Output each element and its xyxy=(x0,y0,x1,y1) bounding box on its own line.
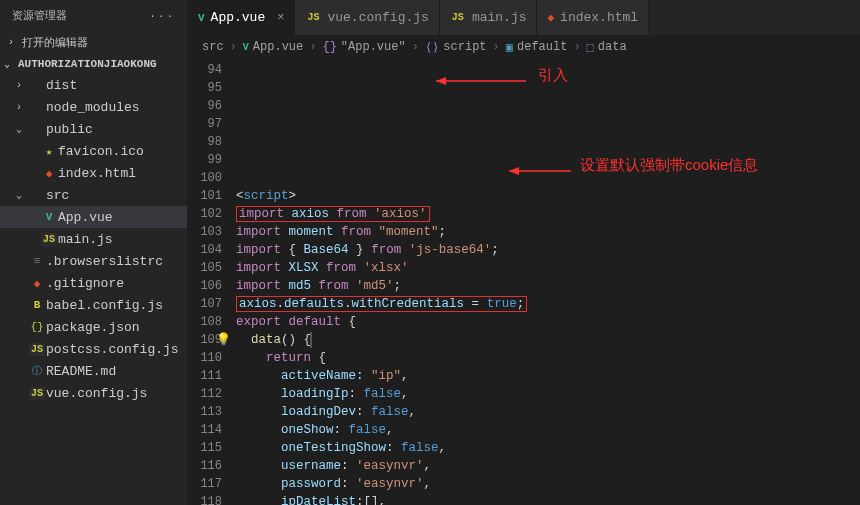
code-line[interactable]: ipDateList:[], xyxy=(236,493,860,505)
svg-marker-3 xyxy=(509,167,519,175)
tree-item-label: .browserslistrc xyxy=(46,254,163,269)
code-line[interactable]: oneShow: false, xyxy=(236,421,860,439)
breadcrumb-label: src xyxy=(202,40,224,54)
breadcrumb-item[interactable]: ▣ default xyxy=(506,40,568,55)
code-line[interactable]: loadingIp: false, xyxy=(236,385,860,403)
folder-node_modules[interactable]: ›node_modules xyxy=(0,96,187,118)
tree-item-label: favicon.ico xyxy=(58,144,144,159)
code-line[interactable]: <script> xyxy=(236,187,860,205)
code-line[interactable]: import moment from "moment"; xyxy=(236,223,860,241)
code-area[interactable]: 引入 设置默认强制带cookie信息 <script>import axios … xyxy=(236,59,860,505)
file-icon: ◆ xyxy=(40,167,58,180)
breadcrumb-item[interactable]: src xyxy=(202,40,224,54)
breadcrumb-separator: › xyxy=(309,40,316,54)
line-number: 118 xyxy=(188,493,222,505)
tree-item-label: src xyxy=(46,188,69,203)
more-icon[interactable]: ··· xyxy=(149,10,175,22)
line-number: 105 xyxy=(188,259,222,277)
line-number: 113 xyxy=(188,403,222,421)
breadcrumb-item[interactable]: {} "App.vue" xyxy=(322,40,405,54)
project-root[interactable]: ⌄ AUTHORIZATIONJIAOKONG xyxy=(0,54,187,74)
file-package-json[interactable]: {}package.json xyxy=(0,316,187,338)
editor-tabs: VApp.vue×JSvue.config.jsJSmain.js◆index.… xyxy=(188,0,860,35)
chevron-icon: › xyxy=(16,102,26,113)
code-line[interactable]: export default { xyxy=(236,313,860,331)
folder-dist[interactable]: ›dist xyxy=(0,74,187,96)
editor-main: VApp.vue×JSvue.config.jsJSmain.js◆index.… xyxy=(188,0,860,505)
open-editors-section[interactable]: › 打开的编辑器 xyxy=(0,31,187,54)
breadcrumb-separator: › xyxy=(573,40,580,54)
file-icon: ◆ xyxy=(28,277,46,290)
line-number: 107 xyxy=(188,295,222,313)
code-line[interactable]: import XLSX from 'xlsx' xyxy=(236,259,860,277)
code-line[interactable]: return { xyxy=(236,349,860,367)
code-line[interactable]: import { Base64 } from 'js-base64'; xyxy=(236,241,860,259)
vue-icon: V xyxy=(198,12,205,24)
code-line[interactable]: oneTestingShow: false, xyxy=(236,439,860,457)
sidebar-header: 资源管理器 ··· xyxy=(0,0,187,31)
file-icon: ★ xyxy=(40,145,58,158)
line-number: 101 xyxy=(188,187,222,205)
line-number: 97 xyxy=(188,115,222,133)
line-number: 115 xyxy=(188,439,222,457)
file-postcss-config-js[interactable]: JSpostcss.config.js xyxy=(0,338,187,360)
lightbulb-icon[interactable]: 💡 xyxy=(216,331,231,349)
line-number: 103 xyxy=(188,223,222,241)
file-index-html[interactable]: ◆index.html xyxy=(0,162,187,184)
line-number: 117 xyxy=(188,475,222,493)
folder-public[interactable]: ⌄public xyxy=(0,118,187,140)
line-number: 114 xyxy=(188,421,222,439)
line-number: 95 xyxy=(188,79,222,97)
file-babel-config-js[interactable]: Bbabel.config.js xyxy=(0,294,187,316)
tree-item-label: node_modules xyxy=(46,100,140,115)
breadcrumb-item[interactable]: ⬚ data xyxy=(587,40,627,55)
breadcrumb-item[interactable]: ⟨⟩ script xyxy=(425,40,487,55)
breadcrumb-label: script xyxy=(443,40,486,54)
line-number: 98 xyxy=(188,133,222,151)
code-line[interactable]: activeName: "ip", xyxy=(236,367,860,385)
file-icon: ⓘ xyxy=(28,364,46,378)
code-line[interactable]: password: 'easynvr', xyxy=(236,475,860,493)
file-icon: ≡ xyxy=(28,255,46,267)
tab-vue-config-js[interactable]: JSvue.config.js xyxy=(295,0,439,35)
file-main-js[interactable]: JSmain.js xyxy=(0,228,187,250)
line-number: 94 xyxy=(188,61,222,79)
close-icon[interactable]: × xyxy=(277,11,284,25)
tab-index-html[interactable]: ◆index.html xyxy=(537,0,649,35)
arrow-icon xyxy=(509,161,579,181)
tree-item-label: vue.config.js xyxy=(46,386,147,401)
annotation-cookie: 设置默认强制带cookie信息 xyxy=(580,156,758,174)
file-README-md[interactable]: ⓘREADME.md xyxy=(0,360,187,382)
tab-main-js[interactable]: JSmain.js xyxy=(440,0,538,35)
code-line[interactable]: 💡 data() {​ xyxy=(236,331,860,349)
tree-item-label: README.md xyxy=(46,364,116,379)
explorer-sidebar: 资源管理器 ··· › 打开的编辑器 ⌄ AUTHORIZATIONJIAOKO… xyxy=(0,0,188,505)
file--browserslistrc[interactable]: ≡.browserslistrc xyxy=(0,250,187,272)
folder-src[interactable]: ⌄src xyxy=(0,184,187,206)
code-line[interactable]: axios.defaults.withCredentials = true; xyxy=(236,295,860,313)
tree-item-label: .gitignore xyxy=(46,276,124,291)
breadcrumb-label: data xyxy=(598,40,627,54)
tree-item-label: postcss.config.js xyxy=(46,342,179,357)
code-line[interactable]: import axios from 'axios' xyxy=(236,205,860,223)
chevron-icon: ⌄ xyxy=(16,189,26,201)
line-number: 102 xyxy=(188,205,222,223)
file--gitignore[interactable]: ◆.gitignore xyxy=(0,272,187,294)
file-favicon-ico[interactable]: ★favicon.ico xyxy=(0,140,187,162)
chevron-right-icon: › xyxy=(8,37,22,48)
breadcrumb[interactable]: src›V App.vue›{} "App.vue"›⟨⟩ script›▣ d… xyxy=(188,35,860,59)
code-line[interactable]: loadingDev: false, xyxy=(236,403,860,421)
line-number: 112 xyxy=(188,385,222,403)
tree-item-label: public xyxy=(46,122,93,137)
tab-App-vue[interactable]: VApp.vue× xyxy=(188,0,295,35)
breadcrumb-item[interactable]: V App.vue xyxy=(243,40,303,54)
code-line[interactable]: import md5 from 'md5'; xyxy=(236,277,860,295)
file-vue-config-js[interactable]: JSvue.config.js xyxy=(0,382,187,404)
file-icon: JS xyxy=(28,387,46,400)
file-App-vue[interactable]: VApp.vue xyxy=(0,206,187,228)
code-line[interactable]: username: 'easynvr', xyxy=(236,457,860,475)
line-number: 99 xyxy=(188,151,222,169)
tree-item-label: package.json xyxy=(46,320,140,335)
svg-marker-1 xyxy=(436,77,446,85)
breadcrumb-separator: › xyxy=(230,40,237,54)
